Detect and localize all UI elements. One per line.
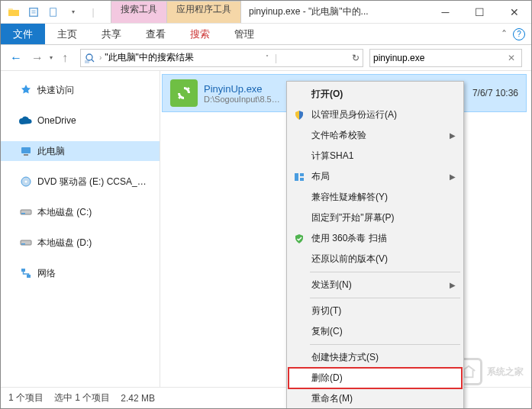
cloud-icon	[19, 114, 33, 127]
address-sep: |	[272, 53, 280, 63]
menu-item-sha1[interactable]: 计算SHA1	[289, 146, 462, 166]
app-icon	[170, 79, 198, 107]
shield-check-icon	[293, 233, 305, 245]
sidebar-item-label: 本地磁盘 (C:)	[37, 206, 92, 219]
sidebar-item-label: DVD 驱动器 (E:) CCSA_X64FR	[37, 176, 152, 188]
disc-icon	[19, 175, 33, 188]
qat-dropdown-icon[interactable]: ▾	[65, 4, 82, 21]
chevron-right-icon: ▶	[450, 131, 456, 140]
drive-icon	[19, 205, 33, 219]
menu-item-send-to[interactable]: 发送到(N)▶	[289, 275, 462, 295]
menu-item-scan-360[interactable]: 使用 360杀毒 扫描	[289, 228, 462, 249]
ribbon-tab-share[interactable]: 共享	[89, 24, 134, 44]
layout-icon	[293, 171, 305, 183]
menu-item-layout[interactable]: 布局▶	[289, 166, 462, 187]
menu-item-hash[interactable]: 文件哈希校验▶	[289, 125, 462, 146]
navigation-pane: 快速访问 OneDrive 此电脑 DVD 驱动器 (E:) CCSA_X64F…	[1, 71, 160, 387]
svg-point-7	[25, 181, 27, 183]
refresh-icon[interactable]: ↻	[352, 53, 360, 63]
search-box[interactable]: ✕	[369, 49, 522, 67]
qat-prop-icon[interactable]	[25, 4, 42, 21]
ribbon-tab-manage[interactable]: 管理	[222, 24, 266, 44]
sidebar-item-label: 本地磁盘 (D:)	[37, 237, 92, 250]
sidebar-item-label: 快速访问	[37, 84, 74, 97]
search-scope-icon	[84, 52, 96, 64]
nav-history-dropdown[interactable]: ▾	[50, 54, 53, 61]
svg-rect-13	[27, 275, 31, 278]
sidebar-item-label: 此电脑	[37, 145, 65, 158]
menu-item-pin-start[interactable]: 固定到"开始"屏幕(P)	[289, 208, 462, 228]
folder-icon	[5, 4, 22, 21]
menu-item-shortcut[interactable]: 创建快捷方式(S)	[289, 347, 462, 368]
window-title: pinyinup.exe - "此电脑"中的...	[241, 1, 428, 23]
menu-item-compat[interactable]: 兼容性疑难解答(Y)	[289, 187, 462, 208]
result-date: 7/6/7 10:36	[472, 88, 518, 98]
ribbon-tab-search[interactable]: 搜索	[178, 24, 222, 44]
hide-ribbon-icon[interactable]: ˄	[501, 28, 507, 40]
qat-new-icon[interactable]	[45, 4, 62, 21]
chevron-right-icon: ▶	[450, 172, 456, 181]
maximize-button[interactable]: ☐	[463, 1, 497, 23]
menu-item-open[interactable]: 打开(O)	[289, 84, 462, 105]
svg-point-2	[86, 54, 92, 60]
menu-separator	[310, 344, 460, 345]
menu-item-cut[interactable]: 剪切(T)	[289, 301, 462, 321]
pc-icon	[19, 144, 33, 158]
svg-rect-16	[300, 178, 304, 181]
network-icon	[19, 266, 33, 280]
svg-rect-5	[24, 154, 28, 156]
sidebar-item-disk-c[interactable]: 本地磁盘 (C:)	[1, 202, 160, 222]
sidebar-item-label: 网络	[37, 267, 56, 280]
nav-forward-button[interactable]: →	[28, 49, 47, 67]
shield-icon	[293, 109, 305, 121]
help-icon[interactable]: ?	[513, 28, 525, 40]
sidebar-item-network[interactable]: 网络	[1, 263, 160, 283]
address-text: "此电脑"中的搜索结果	[105, 51, 194, 64]
sidebar-item-this-pc[interactable]: 此电脑	[1, 141, 160, 161]
drive-icon	[19, 236, 33, 250]
svg-rect-11	[21, 243, 25, 245]
menu-item-copy[interactable]: 复制(C)	[289, 321, 462, 342]
menu-item-rename[interactable]: 重命名(M)	[289, 388, 462, 409]
sidebar-item-dvd[interactable]: DVD 驱动器 (E:) CCSA_X64FR	[1, 172, 160, 192]
context-menu: 打开(O) 以管理员身份运行(A) 文件哈希校验▶ 计算SHA1 布局▶ 兼容性…	[286, 81, 464, 409]
ribbon-tab-file[interactable]: 文件	[1, 24, 45, 44]
svg-rect-12	[21, 269, 25, 272]
menu-item-restore[interactable]: 还原以前的版本(V)	[289, 249, 462, 269]
status-size: 2.42 MB	[121, 393, 155, 404]
sidebar-item-disk-d[interactable]: 本地磁盘 (D:)	[1, 233, 160, 253]
star-icon	[19, 83, 33, 97]
status-item-count: 1 个项目	[8, 391, 44, 404]
svg-rect-3	[85, 60, 89, 63]
nav-up-button[interactable]: ↑	[56, 49, 74, 67]
svg-rect-15	[300, 173, 304, 176]
title-tab-search-tools: 搜索工具	[111, 1, 167, 23]
svg-rect-1	[50, 8, 56, 16]
svg-rect-14	[295, 173, 298, 181]
breadcrumb-sep-icon[interactable]: ›	[99, 53, 102, 62]
minimize-button[interactable]: ─	[428, 1, 463, 23]
close-button[interactable]: ✕	[497, 1, 531, 23]
address-dropdown-icon[interactable]: ˅	[266, 54, 269, 61]
chevron-right-icon: ▶	[450, 281, 456, 289]
ribbon-tab-home[interactable]: 主页	[45, 24, 89, 44]
svg-rect-0	[30, 8, 38, 16]
sidebar-item-onedrive[interactable]: OneDrive	[1, 111, 160, 130]
title-tab-app-tools: 应用程序工具	[166, 1, 241, 23]
svg-rect-4	[21, 147, 31, 153]
address-bar[interactable]: › "此电脑"中的搜索结果 ˅ | ↻	[80, 49, 363, 67]
qat-sep: |	[85, 4, 102, 21]
menu-separator	[310, 298, 460, 298]
menu-item-delete[interactable]: 删除(D)	[289, 368, 462, 388]
sidebar-item-quick-access[interactable]: 快速访问	[1, 80, 160, 100]
menu-item-run-as-admin[interactable]: 以管理员身份运行(A)	[289, 105, 462, 125]
sidebar-item-label: OneDrive	[37, 115, 76, 126]
menu-separator	[310, 272, 460, 272]
svg-rect-9	[21, 213, 25, 214]
nav-back-button[interactable]: ←	[7, 49, 25, 67]
status-selected-count: 选中 1 个项目	[54, 391, 110, 404]
clear-search-icon[interactable]: ✕	[505, 53, 518, 63]
search-input[interactable]	[373, 53, 505, 63]
ribbon-tab-view[interactable]: 查看	[134, 24, 178, 44]
